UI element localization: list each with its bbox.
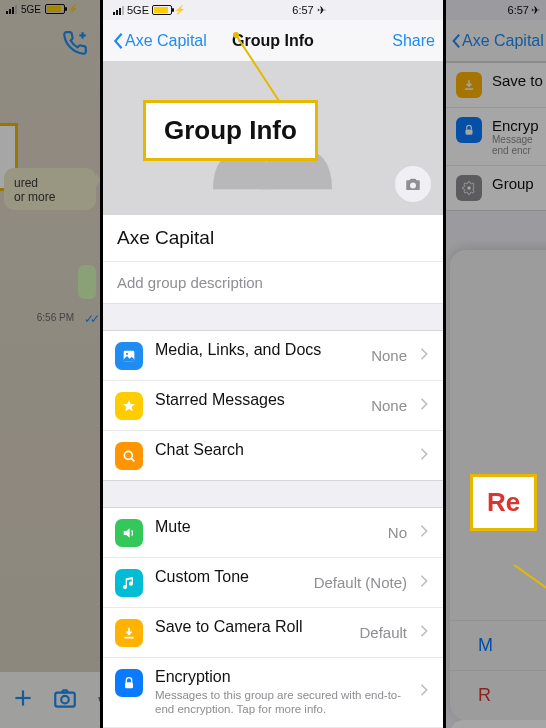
chevron-right-icon — [419, 624, 429, 642]
row-label: Mute — [155, 518, 376, 536]
mute-row[interactable]: Mute No — [103, 508, 443, 557]
group-settings-row[interactable]: Group — [446, 165, 546, 210]
group-name-label: Axe Capital — [117, 227, 214, 249]
chevron-right-icon — [419, 347, 429, 365]
row-label: Save to Camera Roll — [155, 618, 347, 636]
encryption-row[interactable]: Encryption Messages to this group are se… — [103, 657, 443, 727]
back-label: Axe Capital — [125, 32, 207, 50]
chat-search-row[interactable]: Chat Search — [103, 430, 443, 480]
row-value: Default (Note) — [314, 574, 407, 591]
row-label: Starred Messages — [155, 391, 359, 409]
save-camera-roll-row[interactable]: Save to — [446, 63, 546, 107]
media-section: Media, Links, and Docs None Starred Mess… — [103, 330, 443, 481]
svg-rect-15 — [125, 682, 133, 688]
back-button[interactable]: Axe Capital — [450, 32, 544, 50]
chevron-right-icon — [419, 447, 429, 465]
speaker-icon — [115, 519, 143, 547]
media-icon — [115, 342, 143, 370]
battery-icon: ⚡ — [45, 4, 78, 14]
encryption-row[interactable]: Encryp Message end encr — [446, 107, 546, 165]
annotation-callout: Group Info — [143, 100, 318, 161]
row-label: Encryption Messages to this group are se… — [155, 668, 407, 717]
search-icon — [115, 442, 143, 470]
left-chat-sliver: 5GE ⚡ ured or more 6:56 PM ✓✓ — [0, 0, 100, 728]
read-receipt-icon: ✓✓ — [84, 312, 96, 326]
nav-bar: Axe Capital Group Info Share — [103, 20, 443, 62]
svg-marker-12 — [123, 400, 135, 411]
clock-time: 6:57 — [292, 4, 313, 16]
gear-icon — [456, 175, 482, 201]
lock-icon — [456, 117, 482, 143]
download-icon — [115, 619, 143, 647]
svg-rect-4 — [55, 693, 75, 707]
nav-bar-right: Axe Capital — [446, 20, 546, 62]
group-name-row[interactable]: Axe Capital — [103, 215, 443, 261]
row-label: Chat Search — [155, 441, 407, 459]
right-action-sheet-sliver: 6:57 ✈ Axe Capital Save to Encryp Messag… — [446, 0, 546, 728]
row-label: Custom Tone — [155, 568, 302, 586]
row-label: Media, Links, and Docs — [155, 341, 359, 359]
row-value: None — [371, 347, 407, 364]
chat-bubble-incoming: ured or more — [4, 168, 96, 210]
action-sheet-item[interactable]: M — [450, 620, 546, 670]
action-sheet-destructive[interactable]: R — [450, 670, 546, 720]
music-note-icon — [115, 569, 143, 597]
settings-section: Mute No Custom Tone Default (Note) Save … — [103, 507, 443, 728]
chevron-right-icon — [419, 683, 429, 701]
group-name-section: Axe Capital Add group description — [103, 214, 443, 304]
clock-time: 6:57 — [508, 4, 529, 16]
call-add-button[interactable] — [62, 30, 88, 60]
row-value: No — [388, 524, 407, 541]
starred-messages-row[interactable]: Starred Messages None — [103, 380, 443, 430]
row-subtitle: Messages to this group are secured with … — [155, 688, 407, 717]
chevron-right-icon — [419, 397, 429, 415]
svg-point-19 — [467, 186, 471, 190]
star-icon — [115, 392, 143, 420]
annotation-callout-right: Re — [470, 474, 537, 531]
edit-photo-button[interactable] — [395, 166, 431, 202]
svg-rect-18 — [466, 129, 473, 134]
status-bar: 5GE ⚡ 6:57 ✈ — [103, 0, 443, 20]
location-arrow-icon: ✈ — [317, 4, 326, 16]
download-icon — [456, 72, 482, 98]
network-label: 5GE — [21, 4, 41, 15]
row-label: Save to — [492, 72, 543, 89]
lock-icon — [115, 669, 143, 697]
svg-point-13 — [124, 451, 132, 459]
message-timestamp: 6:56 PM — [37, 312, 74, 323]
svg-point-11 — [126, 353, 128, 355]
save-camera-roll-row[interactable]: Save to Camera Roll Default — [103, 607, 443, 657]
row-label: Encryp Message end encr — [492, 117, 539, 156]
row-value: Default — [359, 624, 407, 641]
custom-tone-row[interactable]: Custom Tone Default (Note) — [103, 557, 443, 607]
settings-section-right: Save to Encryp Message end encr Group — [446, 62, 546, 211]
svg-line-14 — [131, 458, 134, 461]
status-bar-right: 6:57 ✈ — [446, 0, 546, 20]
chat-bubble-outgoing — [78, 265, 96, 299]
chevron-right-icon — [419, 524, 429, 542]
svg-point-5 — [61, 696, 69, 704]
media-links-docs-row[interactable]: Media, Links, and Docs None — [103, 331, 443, 380]
location-arrow-icon: ✈ — [531, 4, 540, 17]
signal-bars-icon — [6, 4, 17, 14]
network-label: 5GE — [127, 4, 149, 16]
chevron-right-icon — [419, 574, 429, 592]
camera-icon[interactable] — [52, 685, 78, 715]
share-button[interactable]: Share — [392, 32, 435, 50]
chat-input-toolbar — [0, 672, 100, 728]
battery-icon: ⚡ — [152, 5, 185, 15]
add-description-row[interactable]: Add group description — [103, 261, 443, 303]
group-info-screen: 5GE ⚡ 6:57 ✈ Axe Capital Group Info Shar… — [100, 0, 446, 728]
status-bar-left: 5GE ⚡ — [0, 0, 100, 18]
row-label: Group — [492, 175, 534, 192]
signal-bars-icon — [113, 5, 124, 15]
back-button[interactable]: Axe Capital — [111, 32, 207, 50]
back-label: Axe Capital — [462, 32, 544, 50]
plus-icon[interactable] — [10, 685, 36, 715]
row-value: None — [371, 397, 407, 414]
action-sheet-cancel[interactable] — [450, 720, 546, 728]
